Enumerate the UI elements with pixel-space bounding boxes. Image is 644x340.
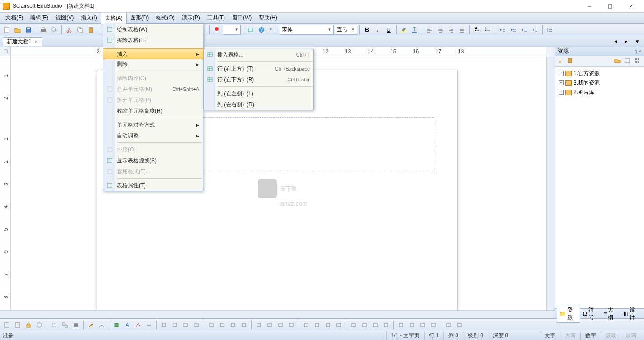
font-size-dropdown[interactable]: 五号▼ <box>335 25 357 35</box>
menu-item[interactable]: 清除内容(C) <box>103 73 203 84</box>
paste-button[interactable] <box>86 25 96 35</box>
bt-icon[interactable] <box>71 320 81 330</box>
bt-icon[interactable] <box>301 320 311 330</box>
bt-icon[interactable] <box>2 320 12 330</box>
bt-icon[interactable] <box>312 320 322 330</box>
folder-icon[interactable] <box>614 57 622 66</box>
side-tab-symbol[interactable]: Ω符号 <box>581 305 601 322</box>
bt-icon[interactable] <box>13 320 23 330</box>
linespace-button[interactable] <box>545 25 555 35</box>
menu-item[interactable]: 擦除表格(E) <box>103 35 203 46</box>
new-button[interactable] <box>2 25 12 35</box>
highlight-button[interactable] <box>399 25 409 35</box>
bt-icon[interactable] <box>34 320 44 330</box>
align-right-button[interactable] <box>446 25 456 35</box>
menu-format[interactable]: 格式(O) <box>152 13 178 23</box>
bt-icon[interactable] <box>206 320 216 330</box>
submenu-item[interactable]: 行 (在下方) (B)Ctrl+Enter <box>204 74 313 85</box>
bt-icon[interactable] <box>217 320 227 330</box>
bt-icon[interactable] <box>191 320 201 330</box>
side-tab-outline[interactable]: ≡大纲 <box>602 305 621 322</box>
menu-item[interactable]: 收缩单元格高度(H) <box>103 105 203 116</box>
submenu-item[interactable]: 插入表格...Ctrl+T <box>204 49 313 60</box>
menu-insert[interactable]: 插入(I) <box>77 13 100 23</box>
menu-item[interactable]: 显示表格虚线(S) <box>103 155 203 166</box>
outdent-button[interactable] <box>498 25 508 35</box>
menu-file[interactable]: 文档(F) <box>2 13 27 23</box>
bt-icon[interactable] <box>286 320 296 330</box>
lock-icon[interactable] <box>23 320 33 330</box>
bt-icon[interactable] <box>228 320 238 330</box>
menu-help[interactable]: 帮助(H) <box>255 13 281 23</box>
menu-window[interactable]: 窗口(W) <box>229 13 255 23</box>
fontcolor-button[interactable] <box>212 25 222 35</box>
bt-icon[interactable] <box>454 320 464 330</box>
menu-tools[interactable]: 工具(T) <box>204 13 229 23</box>
outdent2-button[interactable] <box>519 25 529 35</box>
copy-button[interactable] <box>75 25 85 35</box>
bt-icon[interactable] <box>239 320 249 330</box>
bt-icon[interactable] <box>254 320 264 330</box>
bt-icon[interactable] <box>97 320 107 330</box>
maximize-button[interactable] <box>600 0 621 13</box>
menu-present[interactable]: 演示(P) <box>178 13 204 23</box>
font-name-dropdown[interactable]: 宋体▼ <box>280 25 334 35</box>
menu-edit[interactable]: 编辑(E) <box>27 13 52 23</box>
submenu-item[interactable]: 列 (在右侧) (R) <box>204 99 313 110</box>
help-button[interactable]: ? <box>257 25 266 35</box>
bt-icon[interactable] <box>396 320 406 330</box>
panel-pin-close[interactable]: ▯ × <box>635 49 641 54</box>
menu-table[interactable]: 表格(A) <box>101 13 127 24</box>
cut-button[interactable] <box>64 25 74 35</box>
tab-prev-button[interactable]: ◄ <box>611 37 621 47</box>
paste-res-icon[interactable] <box>567 57 575 66</box>
close-tab-icon[interactable]: ✕ <box>34 39 38 44</box>
bt-icon[interactable] <box>60 320 70 330</box>
grid-icon[interactable] <box>634 57 642 66</box>
bt-icon[interactable] <box>170 320 180 330</box>
bt-icon[interactable] <box>359 320 369 330</box>
bt-icon[interactable] <box>144 320 154 330</box>
menu-item[interactable]: 绘制表格(W) <box>103 24 203 35</box>
close-button[interactable] <box>621 0 641 13</box>
bt-icon[interactable] <box>349 320 359 330</box>
open-button[interactable] <box>13 25 23 35</box>
menu-item[interactable]: 删除▶ <box>103 59 203 70</box>
pencil-icon[interactable] <box>86 320 96 330</box>
indent2-button[interactable] <box>530 25 540 35</box>
tool-button[interactable] <box>246 25 256 35</box>
minimize-button[interactable] <box>579 0 600 13</box>
menu-item[interactable]: 单元格对齐方式▶ <box>103 119 203 130</box>
tree-item[interactable]: +2.图片库 <box>557 88 642 97</box>
menu-item[interactable]: 排序(O) <box>103 144 203 155</box>
bt-icon[interactable] <box>181 320 191 330</box>
bt-icon[interactable] <box>275 320 285 330</box>
align-justify-button[interactable] <box>457 25 467 35</box>
bt-icon[interactable] <box>370 320 380 330</box>
vertical-ruler[interactable]: 1 2 1 2 3 4 5 6 7 8 <box>0 56 11 310</box>
bt-icon[interactable] <box>418 320 428 330</box>
side-tab-design[interactable]: ◧设计 <box>621 305 642 322</box>
menu-shape[interactable]: 图形(D) <box>127 13 153 23</box>
pin-icon[interactable] <box>557 57 565 66</box>
horizontal-scrollbar[interactable] <box>0 310 555 318</box>
menu-item[interactable]: 合并单元格(M)Ctrl+Shift+A <box>103 84 203 94</box>
bt-icon[interactable] <box>265 320 275 330</box>
bt-icon[interactable] <box>323 320 333 330</box>
indent-button[interactable] <box>509 25 518 35</box>
vertical-scrollbar[interactable] <box>546 56 555 310</box>
bt-icon[interactable] <box>334 320 344 330</box>
side-tab-resource[interactable]: 📁资源 <box>557 305 580 323</box>
bt-icon[interactable] <box>49 320 59 330</box>
bt-icon[interactable] <box>407 320 417 330</box>
tab-menu-button[interactable]: ▼ <box>632 37 642 47</box>
textcolor-button[interactable]: T <box>410 25 420 35</box>
document-tab[interactable]: 新建文档1 ✕ <box>3 37 42 46</box>
bold-button[interactable]: B <box>362 25 372 35</box>
menu-item[interactable]: 插入▶ <box>103 48 203 59</box>
underline-button[interactable]: U <box>384 25 394 35</box>
align-center-button[interactable] <box>435 25 445 35</box>
list-bullet-button[interactable] <box>483 25 493 35</box>
add-icon[interactable] <box>624 57 632 66</box>
save-button[interactable] <box>23 25 33 35</box>
